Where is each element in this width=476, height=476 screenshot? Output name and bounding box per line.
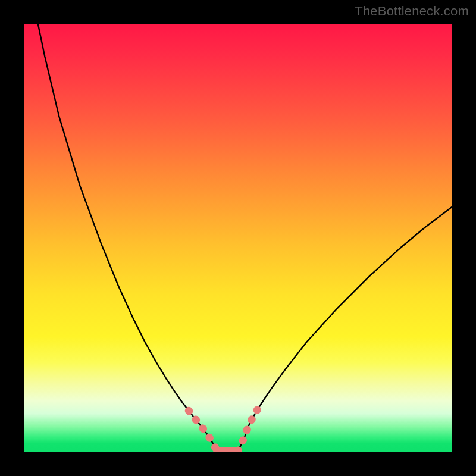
watermark-text: TheBottleneck.com <box>355 4 469 19</box>
curve-layer <box>24 24 452 452</box>
chart-frame: TheBottleneck.com <box>0 0 476 476</box>
series-left-branch <box>38 24 217 451</box>
series-right-branch <box>238 206 452 450</box>
plot-area <box>24 24 452 452</box>
series-highlight-overlay-left <box>189 411 238 451</box>
